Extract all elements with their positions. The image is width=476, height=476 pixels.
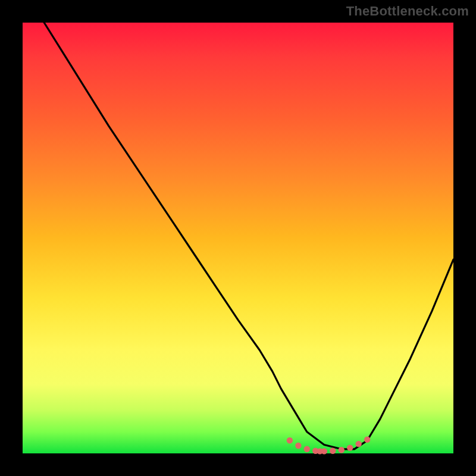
chart-frame: TheBottleneck.com: [0, 0, 476, 476]
marker-dot: [339, 447, 345, 453]
marker-dot: [364, 437, 370, 443]
marker-dot: [330, 448, 336, 454]
marker-dot: [287, 437, 293, 443]
gradient-plot-area: [23, 23, 453, 453]
marker-dot: [295, 443, 301, 449]
marker-dot: [304, 446, 310, 452]
marker-dot: [356, 441, 362, 447]
watermark-text: TheBottleneck.com: [346, 4, 469, 19]
marker-dot: [347, 444, 353, 450]
chart-svg: [23, 23, 453, 453]
marker-dot: [321, 448, 327, 454]
black-curve: [23, 0, 453, 449]
